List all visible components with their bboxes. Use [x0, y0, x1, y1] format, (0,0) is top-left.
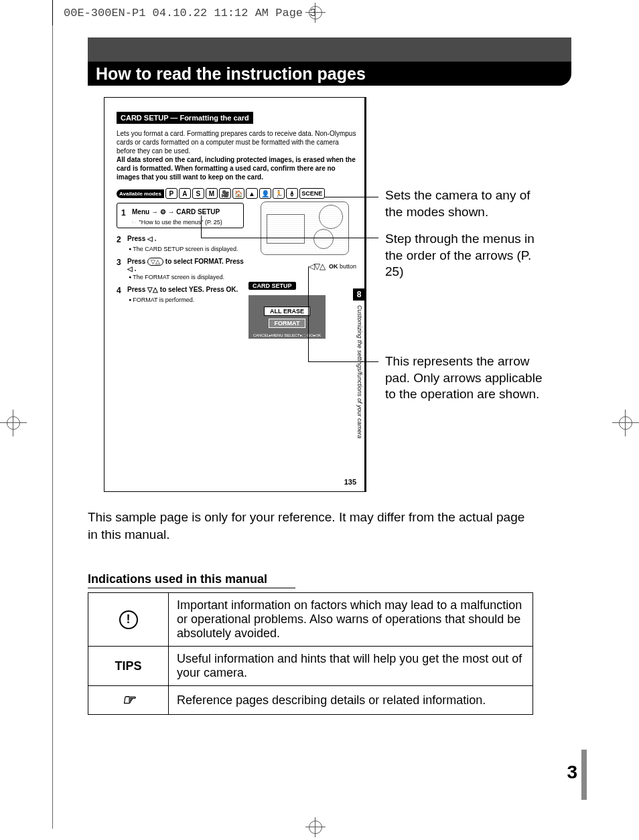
indication-description: Useful information and hints that will h…: [169, 647, 533, 686]
callout-line: [201, 238, 378, 238]
table-row: ☞ Reference pages describing details or …: [88, 686, 533, 715]
registration-mark-icon: [612, 410, 639, 436]
crop-mark: [52, 0, 53, 25]
mode-icon: SCENE: [299, 188, 325, 199]
available-modes-row: Available modes P A S M 🎥 🏠 ▲ 👤 🏃 🕯 SCEN…: [117, 188, 356, 199]
step-1: 1 Menu → ⚙ → CARD SETUP: [121, 208, 239, 218]
page-edge-tab: [581, 750, 587, 800]
header-gray-bar: [88, 37, 571, 62]
callout-line: [308, 361, 378, 362]
mode-icon: 👤: [259, 188, 271, 199]
step-number: 1: [121, 208, 129, 218]
step-text: Press ▽△ to select YES. Press OK.: [127, 286, 356, 295]
step-number: 2: [117, 235, 125, 244]
step-3-sub: The FORMAT screen is displayed.: [129, 274, 356, 280]
sample-intro-plain: Lets you format a card. Formatting prepa…: [117, 130, 356, 155]
arrow-pad-legend: ◁▽△ OK button: [309, 262, 356, 271]
camera-body-icon: [261, 201, 349, 255]
step-text: Menu → ⚙ → CARD SETUP: [132, 208, 239, 218]
step-4: 4 Press ▽△ to select YES. Press OK.: [117, 286, 356, 295]
callout-line: [201, 216, 202, 238]
lcd-title: CARD SETUP: [248, 282, 296, 290]
registration-mark-icon: [0, 410, 27, 436]
lcd-option: ALL ERASE: [264, 307, 310, 316]
mode-icon: S: [192, 188, 204, 199]
camera-illustration: [261, 201, 358, 268]
mode-icon: A: [179, 188, 191, 199]
manual-page: 00E-300EN-P1 04.10.22 11:12 AM Page 3 Ho…: [0, 0, 639, 840]
reference-note: This sample page is only for your refere…: [88, 509, 537, 543]
modes-label: Available modes: [117, 189, 164, 198]
mode-icon: 🎥: [219, 188, 231, 199]
indications-heading: Indications used in this manual: [88, 572, 295, 588]
crop-rule: [52, 25, 53, 829]
mode-icon: 🕯: [286, 188, 298, 199]
sample-page-number: 135: [344, 478, 356, 486]
callout-modes: Sets the camera to any of the modes show…: [385, 187, 546, 220]
section-title: How to read the instruction pages: [88, 62, 571, 86]
mode-icon: ▲: [246, 188, 258, 199]
chapter-thumb-tab: 8: [353, 288, 365, 301]
registration-mark-icon: [305, 817, 326, 837]
lcd-footer: CANCEL▸MENU SELECT▸⬚ GO▸OK: [253, 333, 322, 337]
printer-marks: 00E-300EN-P1 04.10.22 11:12 AM Page 3: [64, 7, 316, 19]
sample-page-thumbnail: CARD SETUP — Formatting the card Lets yo…: [104, 97, 366, 492]
page-number: 3: [567, 762, 577, 783]
indication-description: Reference pages describing details or re…: [169, 686, 533, 715]
callout-line: [325, 197, 378, 197]
table-row: TIPS Useful information and hints that w…: [88, 647, 533, 686]
sample-intro-bold: All data stored on the card, including p…: [117, 156, 356, 181]
indication-description: Important information on factors which m…: [169, 593, 533, 647]
step-1-box: 1 Menu → ⚙ → CARD SETUP ☞ "How to use th…: [117, 203, 244, 228]
callout-arrow-pad: This represents the arrow pad. Only arro…: [385, 353, 546, 403]
mode-icon: P: [165, 188, 178, 199]
ok-button-label: OK button: [329, 263, 356, 270]
step-1-ref: ☞ "How to use the menus" (P. 25): [132, 219, 239, 226]
table-row: ! Important information on factors which…: [88, 593, 533, 647]
step-number: 4: [117, 286, 125, 295]
chapter-side-label: Customizing the settings/functions of yo…: [356, 305, 363, 473]
warning-icon: !: [88, 593, 169, 647]
callout-menus: Step through the menus in the order of t…: [385, 231, 546, 280]
sample-header: CARD SETUP — Formatting the card: [117, 112, 253, 124]
indications-table: ! Important information on factors which…: [88, 592, 533, 715]
tips-label: TIPS: [88, 647, 169, 686]
mode-icon: 🏠: [232, 188, 244, 199]
lcd-option-selected: FORMAT: [269, 319, 306, 328]
lcd-screen: ALL ERASE FORMAT CANCEL▸MENU SELECT▸⬚ GO…: [248, 295, 326, 339]
sample-intro: Lets you format a card. Formatting prepa…: [117, 129, 356, 181]
arrow-pad-icon: ◁▽△: [309, 262, 325, 271]
mode-icon: 🏃: [273, 188, 285, 199]
reference-hand-icon: ☞: [88, 686, 169, 715]
step-number: 3: [117, 258, 125, 272]
callout-line: [308, 266, 309, 361]
registration-mark-icon: [305, 3, 326, 23]
mode-icon: M: [206, 188, 218, 199]
